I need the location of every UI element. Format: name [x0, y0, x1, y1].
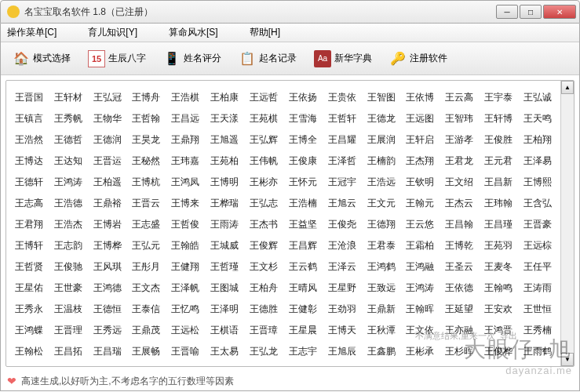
- name-result-item[interactable]: 王杰云: [440, 193, 479, 214]
- name-result-item[interactable]: 王博乾: [440, 235, 479, 256]
- name-result-item[interactable]: 王文绍: [440, 172, 479, 193]
- name-result-item[interactable]: 王晋运: [88, 151, 127, 172]
- name-result-item[interactable]: 王依扬: [283, 87, 323, 108]
- name-result-item[interactable]: 王博来: [166, 193, 205, 214]
- name-result-item[interactable]: 王彬承: [401, 341, 440, 362]
- name-result-item[interactable]: 王镇言: [9, 108, 49, 129]
- name-result-item[interactable]: 王弘冠: [88, 87, 127, 108]
- minimize-button[interactable]: ─: [496, 5, 518, 19]
- name-result-item[interactable]: 王玮翰: [479, 193, 518, 214]
- name-result-item[interactable]: 王晋璋: [244, 320, 283, 341]
- name-result-item[interactable]: 王哲贤: [9, 256, 49, 278]
- name-result-item[interactable]: 王远图: [401, 108, 440, 129]
- name-result-item[interactable]: 王俊胜: [479, 129, 518, 151]
- name-result-item[interactable]: 王展润: [362, 129, 401, 151]
- birth-button[interactable]: 15 生辰八字: [81, 46, 153, 71]
- name-result-item[interactable]: 王智图: [362, 87, 401, 108]
- name-result-item[interactable]: 王太易: [205, 341, 244, 362]
- name-result-item[interactable]: 王德轩: [9, 172, 49, 193]
- name-result-item[interactable]: 王晋理: [49, 320, 88, 341]
- name-result-item[interactable]: 王贵依: [323, 87, 362, 108]
- name-result-item[interactable]: 王雨涛: [205, 214, 244, 235]
- name-result-item[interactable]: 王鼎裕: [88, 193, 127, 214]
- name-result-item[interactable]: 王柏遥: [88, 172, 127, 193]
- name-result-item[interactable]: 王元君: [479, 151, 518, 172]
- name-result-item[interactable]: 王宇泰: [479, 87, 518, 108]
- name-result-item[interactable]: 王哲瑾: [205, 256, 244, 278]
- score-button[interactable]: 📱 姓名评分: [156, 46, 228, 71]
- name-result-item[interactable]: 王秀永: [9, 299, 49, 320]
- name-result-item[interactable]: 王楠韵: [362, 151, 401, 172]
- name-result-item[interactable]: 王鸿融: [401, 256, 440, 278]
- name-result-item[interactable]: 王安欢: [479, 299, 518, 320]
- name-result-item[interactable]: 王志韵: [49, 235, 88, 256]
- name-result-item[interactable]: 王游孝: [440, 129, 479, 151]
- name-result-item[interactable]: 王泽哲: [323, 151, 362, 172]
- name-result-item[interactable]: 王晋云: [127, 193, 166, 214]
- name-result-item[interactable]: 王博岩: [88, 214, 127, 235]
- name-result-item[interactable]: 王柏舟: [244, 278, 283, 299]
- name-result-item[interactable]: 王健彰: [283, 299, 323, 320]
- mode-select-button[interactable]: 🏠 模式选择: [5, 46, 78, 71]
- name-result-item[interactable]: 王远哲: [244, 87, 283, 108]
- name-result-item[interactable]: 王志宇: [283, 341, 323, 362]
- name-result-item[interactable]: 王博桦: [88, 235, 127, 256]
- name-result-item[interactable]: 王志盛: [127, 214, 166, 235]
- name-result-item[interactable]: 王翰鸣: [479, 278, 518, 299]
- name-result-item[interactable]: 王昌瑞: [88, 341, 127, 362]
- name-result-item[interactable]: 王鸿涛: [401, 278, 440, 299]
- name-result-item[interactable]: 王彬亦: [244, 172, 283, 193]
- name-result-item[interactable]: 王秘然: [127, 151, 166, 172]
- name-result-item[interactable]: 王翰松: [9, 341, 49, 362]
- name-result-item[interactable]: 王泽帆: [166, 278, 205, 299]
- name-result-item[interactable]: 王晋喻: [166, 341, 205, 362]
- name-result-item[interactable]: 王世豪: [49, 278, 88, 299]
- scroll-down-button[interactable]: ▼: [561, 353, 574, 366]
- name-result-item[interactable]: 王博轩: [9, 235, 49, 256]
- name-result-item[interactable]: 王博达: [9, 151, 49, 172]
- name-result-item[interactable]: 王文杉: [244, 256, 283, 278]
- name-result-item[interactable]: 王浩楠: [283, 193, 323, 214]
- name-result-item[interactable]: 王君泰: [362, 235, 401, 256]
- name-result-item[interactable]: 王德恒: [88, 299, 127, 320]
- name-result-item[interactable]: 王昌瑾: [479, 214, 518, 235]
- menu-parenting[interactable]: 育儿知识[Y]: [88, 26, 137, 39]
- name-result-item[interactable]: 王晴风: [283, 278, 323, 299]
- name-result-item[interactable]: 王展畅: [127, 341, 166, 362]
- name-result-item[interactable]: 王冠宇: [323, 172, 362, 193]
- name-result-item[interactable]: 王雨鹤: [518, 341, 557, 362]
- name-result-item[interactable]: 王柏康: [205, 87, 244, 108]
- name-result-item[interactable]: 王弘辉: [244, 129, 283, 151]
- name-result-item[interactable]: 王哲俊: [166, 214, 205, 235]
- name-result-item[interactable]: 王君龙: [440, 151, 479, 172]
- name-result-item[interactable]: 王轩博: [479, 108, 518, 129]
- name-result-item[interactable]: 王智玮: [440, 108, 479, 129]
- name-result-item[interactable]: 王桦瑞: [205, 193, 244, 214]
- menu-operate[interactable]: 操作菜单[C]: [7, 26, 57, 39]
- name-result-item[interactable]: 王城威: [205, 235, 244, 256]
- name-result-item[interactable]: 王棋语: [205, 320, 244, 341]
- name-result-item[interactable]: 王玮嘉: [166, 151, 205, 172]
- name-result-item[interactable]: 王天漾: [205, 108, 244, 129]
- name-result-item[interactable]: 王哲轩: [323, 108, 362, 129]
- name-result-item[interactable]: 王秋潭: [362, 320, 401, 341]
- name-result-item[interactable]: 王浩然: [9, 129, 49, 151]
- name-result-item[interactable]: 王含弘: [518, 193, 557, 214]
- name-result-item[interactable]: 王昊龙: [127, 129, 166, 151]
- name-result-item[interactable]: 王弘志: [244, 193, 283, 214]
- name-result-item[interactable]: 王德哲: [49, 129, 88, 151]
- menu-fortune[interactable]: 算命风水[S]: [169, 26, 218, 39]
- name-result-item[interactable]: 王秀帆: [49, 108, 88, 129]
- name-result-item[interactable]: 王柏翔: [518, 129, 557, 151]
- name-result-item[interactable]: 王博杭: [127, 172, 166, 193]
- name-result-item[interactable]: 王鸿凤: [166, 172, 205, 193]
- name-result-item[interactable]: 王泰信: [127, 299, 166, 320]
- name-result-item[interactable]: 王依德: [440, 278, 479, 299]
- name-result-item[interactable]: 王弘元: [127, 235, 166, 256]
- name-result-item[interactable]: 王鸿鹤: [362, 256, 401, 278]
- name-result-item[interactable]: 王雪海: [283, 108, 323, 129]
- name-result-item[interactable]: 王达知: [49, 151, 88, 172]
- name-result-item[interactable]: 王劲羽: [323, 299, 362, 320]
- name-result-item[interactable]: 王鼎翔: [166, 129, 205, 151]
- name-result-item[interactable]: 王涛雨: [518, 278, 557, 299]
